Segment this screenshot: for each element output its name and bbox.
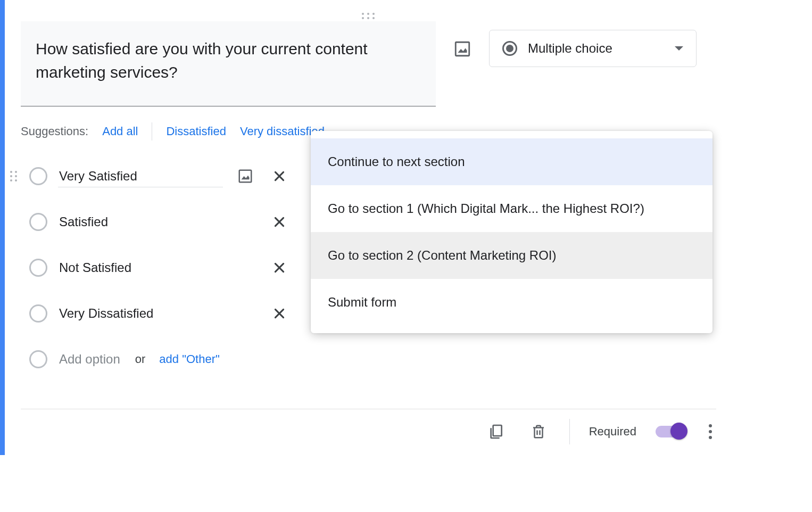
duplicate-button[interactable] <box>484 420 508 443</box>
add-image-button[interactable] <box>451 37 474 61</box>
question-type-label: Multiple choice <box>528 41 612 56</box>
question-type-select[interactable]: Multiple choice <box>489 30 697 67</box>
kebab-dot-icon <box>709 424 712 427</box>
radio-icon <box>502 41 517 56</box>
dropdown-item-continue[interactable]: Continue to next section <box>311 138 712 185</box>
kebab-dot-icon <box>709 430 712 433</box>
radio-icon <box>29 259 47 277</box>
dropdown-item-submit[interactable]: Submit form <box>311 279 712 326</box>
dropdown-item-section-1[interactable]: Go to section 1 (Which Digital Mark... t… <box>311 185 712 232</box>
close-icon <box>272 169 286 183</box>
add-all-suggestions[interactable]: Add all <box>102 125 138 138</box>
required-toggle[interactable] <box>656 426 685 437</box>
close-icon <box>272 215 286 229</box>
card-drag-handle[interactable] <box>5 0 732 21</box>
remove-option-button[interactable] <box>268 164 291 188</box>
add-other-button[interactable]: add "Other" <box>159 352 219 366</box>
delete-button[interactable] <box>527 420 550 443</box>
radio-icon <box>29 304 47 323</box>
svg-rect-0 <box>455 42 469 56</box>
chevron-down-icon <box>675 46 683 51</box>
radio-icon <box>29 350 47 368</box>
section-navigation-dropdown: Continue to next section Go to section 1… <box>311 131 712 333</box>
kebab-dot-icon <box>709 436 712 439</box>
copy-icon <box>487 423 504 440</box>
card-footer: Required <box>5 409 732 444</box>
suggestion-chip[interactable]: Dissatisfied <box>166 125 226 138</box>
remove-option-button[interactable] <box>268 256 291 279</box>
more-options-button[interactable] <box>705 420 716 443</box>
radio-icon <box>29 167 47 185</box>
svg-rect-2 <box>493 425 501 436</box>
image-icon <box>237 168 253 184</box>
trash-icon <box>531 423 546 441</box>
remove-option-button[interactable] <box>268 210 291 234</box>
row-drag-handle[interactable] <box>10 171 19 181</box>
image-icon <box>453 40 471 58</box>
question-card: How satisfied are you with your current … <box>0 0 732 455</box>
divider <box>569 419 570 444</box>
close-icon <box>272 307 286 320</box>
drag-dots-icon <box>362 13 376 19</box>
divider <box>152 122 152 141</box>
add-option-input[interactable]: Add option <box>58 349 121 370</box>
radio-icon <box>29 213 47 231</box>
add-option-row: Add option or add "Other" <box>9 336 732 382</box>
option-add-image-button[interactable] <box>234 164 257 188</box>
required-label: Required <box>589 425 636 439</box>
question-header-row: How satisfied are you with your current … <box>5 21 732 106</box>
remove-option-button[interactable] <box>268 302 291 325</box>
svg-rect-1 <box>239 170 252 183</box>
close-icon <box>272 261 286 275</box>
option-input[interactable]: Very Dissatisfied <box>58 303 223 324</box>
option-input[interactable]: Satisfied <box>58 211 223 233</box>
question-text-input[interactable]: How satisfied are you with your current … <box>21 21 436 106</box>
option-input[interactable]: Not Satisfied <box>58 257 223 278</box>
add-option-or: or <box>135 352 146 366</box>
option-input[interactable]: Very Satisfied <box>58 166 223 187</box>
suggestions-label: Suggestions: <box>21 125 88 138</box>
dropdown-item-section-2[interactable]: Go to section 2 (Content Marketing ROI) <box>311 232 712 279</box>
